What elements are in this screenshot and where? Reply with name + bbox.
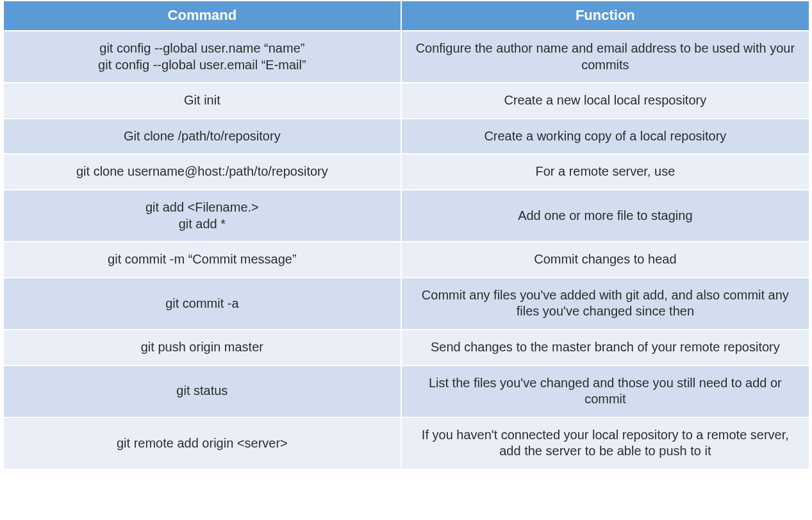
cell-function: Commit changes to head bbox=[402, 242, 808, 278]
cell-command: git remote add origin <server> bbox=[4, 418, 402, 469]
table-row: Git clone /path/to/repository Create a w… bbox=[4, 119, 809, 155]
table-header-row: Command Function bbox=[4, 1, 809, 31]
table-row: Git init Create a new local local respos… bbox=[4, 83, 809, 119]
cell-command: git config --global user.name “name” git… bbox=[4, 31, 402, 83]
header-command: Command bbox=[4, 1, 402, 31]
cell-command: git status bbox=[4, 366, 402, 418]
cell-command: Git clone /path/to/repository bbox=[4, 119, 402, 155]
cell-command: git clone username@host:/path/to/reposit… bbox=[4, 155, 402, 190]
cell-function: Configure the author name and email addr… bbox=[402, 31, 808, 83]
table-row: git commit -a Commit any files you've ad… bbox=[4, 278, 809, 330]
table-row: git push origin master Send changes to t… bbox=[4, 330, 809, 366]
table-row: git status List the files you've changed… bbox=[4, 366, 809, 418]
cell-command: git commit -a bbox=[4, 278, 402, 330]
cell-function: Create a working copy of a local reposit… bbox=[402, 119, 808, 155]
table-row: git config --global user.name “name” git… bbox=[4, 31, 809, 83]
cell-function: If you haven't connected your local repo… bbox=[402, 418, 808, 469]
table-row: git clone username@host:/path/to/reposit… bbox=[4, 155, 809, 190]
git-commands-table: Command Function git config --global use… bbox=[4, 1, 809, 469]
table-row: git commit -m “Commit message” Commit ch… bbox=[4, 242, 809, 278]
git-commands-table-container: Command Function git config --global use… bbox=[3, 0, 810, 473]
cell-function: For a remote server, use bbox=[402, 155, 808, 190]
cell-function: Send changes to the master branch of you… bbox=[402, 330, 808, 366]
cell-command: git push origin master bbox=[4, 330, 402, 366]
table-row: git add <Filename.> git add * Add one or… bbox=[4, 190, 809, 242]
header-function: Function bbox=[402, 1, 808, 31]
cell-function: Commit any files you've added with git a… bbox=[402, 278, 808, 330]
cell-function: Create a new local local respository bbox=[402, 83, 808, 119]
table-row: git remote add origin <server> If you ha… bbox=[4, 418, 809, 469]
cell-command: Git init bbox=[4, 83, 402, 119]
cell-command: git add <Filename.> git add * bbox=[4, 190, 402, 242]
cell-function: Add one or more file to staging bbox=[402, 190, 808, 242]
cell-command: git commit -m “Commit message” bbox=[4, 242, 402, 278]
cell-function: List the files you've changed and those … bbox=[402, 366, 808, 418]
